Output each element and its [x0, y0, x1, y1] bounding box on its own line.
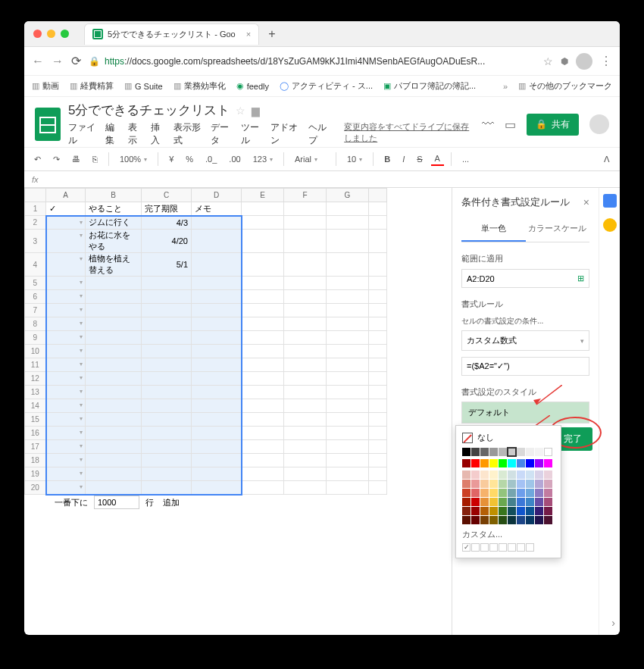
custom-swatch[interactable] [471, 543, 480, 552]
range-input[interactable]: A2:D20 ⊞ [461, 269, 589, 288]
col-header[interactable]: F [284, 189, 327, 202]
bookmark-item[interactable]: ▥経費精算 [70, 80, 114, 92]
menu-file[interactable]: ファイル [68, 121, 98, 147]
color-swatch[interactable] [480, 480, 489, 488]
custom-color-button[interactable]: カスタム... [462, 529, 555, 540]
percent-button[interactable]: % [182, 152, 197, 166]
undo-button[interactable]: ↶ [30, 152, 45, 167]
redo-button[interactable]: ↷ [49, 152, 64, 167]
color-swatch[interactable] [544, 489, 552, 497]
increase-decimal-button[interactable]: .00 [225, 152, 244, 166]
color-swatch[interactable] [526, 498, 534, 506]
color-swatch[interactable] [471, 516, 480, 524]
color-swatch[interactable] [480, 448, 489, 456]
doc-title[interactable]: 5分でできるチェックリスト [68, 102, 230, 119]
sheets-logo[interactable] [35, 108, 61, 141]
keep-addon-icon[interactable] [603, 218, 617, 232]
color-swatch[interactable] [526, 459, 534, 467]
color-swatch[interactable] [462, 448, 470, 456]
color-swatch[interactable] [489, 459, 498, 467]
menu-insert[interactable]: 挿入 [151, 121, 166, 147]
color-swatch[interactable] [471, 507, 480, 515]
color-swatch[interactable] [480, 489, 489, 497]
custom-swatch[interactable] [526, 543, 534, 552]
color-swatch[interactable] [489, 448, 498, 456]
color-swatch[interactable] [508, 470, 516, 479]
color-swatch[interactable] [480, 498, 489, 506]
color-swatch[interactable] [517, 448, 525, 456]
color-swatch[interactable] [508, 516, 516, 524]
color-swatch[interactable] [535, 480, 543, 488]
color-swatch[interactable] [508, 448, 516, 456]
color-swatch[interactable] [544, 516, 552, 524]
color-swatch[interactable] [526, 507, 534, 515]
color-swatch[interactable] [489, 470, 498, 479]
color-swatch[interactable] [480, 459, 489, 467]
color-swatch[interactable] [489, 516, 498, 524]
col-header[interactable]: G [327, 189, 369, 202]
maximize-window-button[interactable] [61, 30, 69, 38]
profile-avatar[interactable] [576, 53, 592, 70]
other-bookmarks[interactable]: ▥その他のブックマーク [518, 80, 612, 92]
color-swatch[interactable] [471, 448, 480, 456]
font-size-select[interactable]: 10 [343, 152, 366, 166]
color-swatch[interactable] [471, 470, 480, 479]
bookmark-item[interactable]: ◉feedly [236, 81, 269, 91]
bookmark-star-icon[interactable]: ☆ [543, 55, 553, 67]
extension-icon[interactable]: ⬢ [561, 56, 568, 67]
star-doc-icon[interactable]: ☆ [236, 105, 245, 117]
collapse-toolbar-button[interactable]: ᐱ [600, 152, 614, 167]
account-avatar[interactable] [589, 114, 609, 134]
color-swatch[interactable] [499, 448, 507, 456]
color-swatch[interactable] [480, 507, 489, 515]
color-swatch[interactable] [526, 516, 534, 524]
comment-icon[interactable]: ▭ [505, 117, 516, 132]
color-swatch[interactable] [517, 480, 525, 488]
color-swatch[interactable] [526, 489, 534, 497]
menu-format[interactable]: 表示形式 [174, 121, 203, 147]
color-swatch[interactable] [499, 507, 507, 515]
col-header[interactable]: A [46, 189, 86, 202]
color-swatch[interactable] [462, 489, 470, 497]
color-swatch[interactable] [489, 498, 498, 506]
currency-button[interactable]: ¥ [165, 152, 177, 166]
custom-swatch[interactable] [508, 543, 516, 552]
save-status[interactable]: 変更内容をすべてドライブに保存しました [344, 121, 474, 147]
custom-swatch[interactable] [517, 543, 525, 552]
bookmark-item[interactable]: ▥G Suite [124, 81, 163, 91]
color-swatch[interactable] [471, 489, 480, 497]
menu-tools[interactable]: ツール [241, 121, 264, 147]
color-swatch[interactable] [517, 459, 525, 467]
color-swatch[interactable] [462, 470, 470, 479]
col-header[interactable]: D [192, 189, 242, 202]
share-button[interactable]: 🔒 共有 [527, 114, 579, 136]
bookmark-item[interactable]: ▥動画 [32, 80, 59, 92]
text-color-button[interactable]: A [431, 152, 444, 166]
color-swatch[interactable] [535, 489, 543, 497]
color-swatch[interactable] [517, 516, 525, 524]
color-swatch[interactable] [517, 470, 525, 479]
color-swatch[interactable] [489, 507, 498, 515]
col-header[interactable]: B [86, 189, 142, 202]
bookmark-item[interactable]: ▣パブロフ簿記の簿記... [383, 80, 476, 92]
style-preview[interactable]: デフォルト [461, 402, 589, 424]
print-button[interactable]: 🖶 [68, 152, 84, 166]
color-swatch[interactable] [480, 470, 489, 479]
custom-swatch[interactable] [499, 543, 507, 552]
col-header[interactable]: E [242, 189, 284, 202]
color-swatch[interactable] [499, 489, 507, 497]
color-swatch[interactable] [535, 459, 543, 467]
bold-button[interactable]: B [380, 152, 394, 166]
color-swatch[interactable] [535, 470, 543, 479]
color-swatch[interactable] [544, 507, 552, 515]
color-swatch[interactable] [499, 470, 507, 479]
number-format-button[interactable]: 123 [249, 152, 277, 166]
col-header[interactable]: C [142, 189, 192, 202]
color-swatch[interactable] [517, 507, 525, 515]
tab-color-scale[interactable]: カラースケール [526, 217, 590, 242]
color-swatch[interactable] [526, 448, 534, 456]
color-swatch[interactable] [499, 516, 507, 524]
menu-addons[interactable]: アドオン [270, 121, 300, 147]
color-swatch[interactable] [535, 498, 543, 506]
color-swatch[interactable] [462, 516, 470, 524]
